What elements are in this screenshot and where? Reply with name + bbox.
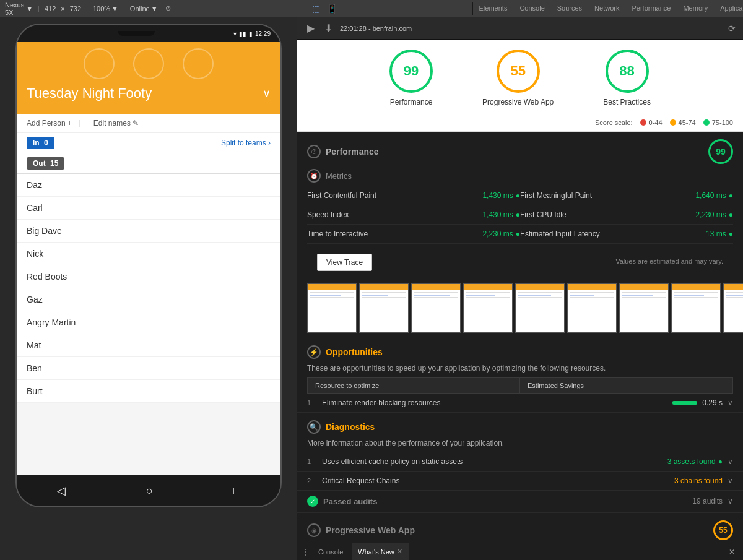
scale-dot-red: [640, 119, 646, 126]
tab-sources[interactable]: Sources: [551, 2, 588, 15]
passed-audits-row: ✓ Passed audits 19 audits ∨: [297, 491, 743, 512]
list-item: Mat: [17, 334, 280, 357]
phone-time: 12:29: [255, 30, 271, 37]
battery-icon: ▮: [249, 30, 253, 37]
pwa-score-label: Progressive Web App: [482, 98, 554, 106]
close-bottom-bar-icon[interactable]: ✕: [726, 546, 738, 558]
tab-elements[interactable]: Elements: [473, 2, 514, 15]
run-audit-button[interactable]: ▶: [305, 21, 317, 35]
inspector-icons: ⬚ 📱: [176, 2, 473, 15]
savings-bar: [672, 401, 697, 405]
tab-console[interactable]: Console: [513, 2, 550, 15]
zoom-selector[interactable]: 100% ▼: [93, 5, 118, 12]
scale-dot-orange: [670, 119, 676, 126]
devtools-top-right: ⬚ 📱 Elements Console Sources Network Per…: [176, 2, 743, 15]
pwa-score: 55 Progressive Web App: [482, 50, 554, 106]
performance-score: 99 Performance: [389, 50, 433, 106]
check-icon-fmp: ●: [729, 191, 733, 200]
score-scale-bar: Score scale: 0-44 45-74 75-100: [297, 116, 743, 132]
main-tabs: ⬚ 📱 Elements Console Sources Network Per…: [176, 2, 743, 15]
performance-score-circle: 99: [389, 50, 433, 93]
opportunity-row-1: 1 Eliminate render-blocking resources 0.…: [297, 394, 743, 413]
main-content: ▾ ▮▮ ▮ 12:29 Tuesday Night Footy ∨: [0, 17, 743, 560]
scale-dot-green: [703, 119, 710, 126]
list-item: Nick: [17, 243, 280, 265]
device-selector[interactable]: Nexus 5X ▼: [5, 1, 33, 16]
screenshot-thumb-5: [515, 283, 565, 333]
split-teams-button[interactable]: Split to teams ›: [221, 139, 271, 147]
check-icon-eil: ●: [729, 230, 733, 238]
device-mode-icon[interactable]: 📱: [326, 2, 338, 15]
expand-icon-opp-1[interactable]: ∨: [728, 398, 733, 407]
home-icon[interactable]: ○: [146, 485, 153, 498]
pwa-section: ◉ Progressive Web App 55: [297, 512, 743, 543]
green-check-1: ●: [718, 457, 723, 466]
diag-row-2: 2 Critical Request Chains 3 chains found…: [297, 472, 743, 491]
list-item: Red Boots: [17, 265, 280, 288]
diagnostics-icon: 🔍: [307, 420, 321, 434]
list-item: Big Dave: [17, 220, 280, 243]
metric-row-fci: First CPU Idle 2,230 ms ●: [520, 205, 733, 225]
console-tab[interactable]: Console: [312, 543, 349, 560]
metric-row-fcp: First Contentful Paint 1,430 ms ●: [307, 186, 520, 205]
player-list: Daz Carl Big Dave Nick Red Boots Gaz Ang…: [17, 174, 280, 403]
diagnostics-description: More information about the performance o…: [297, 436, 743, 452]
app-title-row: Tuesday Night Footy ∨: [27, 85, 271, 101]
performance-section-icon: ⏱: [307, 145, 321, 158]
network-throttle[interactable]: Online ▼: [130, 5, 158, 12]
inspect-icon[interactable]: ⬚: [310, 2, 322, 15]
out-tab[interactable]: Out 15: [27, 157, 64, 170]
diagnostics-section-header: 🔍 Diagnostics: [297, 413, 743, 436]
whats-new-tab[interactable]: What's New ✕: [352, 543, 408, 560]
audit-url: 22:01:28 - benfrain.com: [340, 25, 723, 32]
expand-icon-diag-2[interactable]: ∨: [728, 476, 733, 485]
devtools-audit-panel: ▶ ⬇ 22:01:28 - benfrain.com ⟳ 99 Perform…: [297, 17, 743, 560]
app-chevron-icon[interactable]: ∨: [263, 87, 271, 100]
pwa-title: Progressive Web App: [326, 525, 415, 535]
tab-network[interactable]: Network: [588, 2, 625, 15]
diag-value-2: 3 chains found: [674, 476, 723, 485]
passed-icon: ✓: [307, 496, 318, 507]
download-audit-button[interactable]: ⬇: [322, 21, 335, 35]
audit-scrollable-content[interactable]: ⏱ Performance 99 ⏰ Metrics First Content…: [297, 132, 743, 543]
opportunities-icon: ⚡: [307, 345, 321, 359]
in-tab[interactable]: In 0: [27, 137, 54, 149]
screenshot-thumb-6: [567, 283, 617, 333]
tab-performance[interactable]: Performance: [625, 2, 677, 15]
close-whats-new-icon[interactable]: ✕: [397, 548, 402, 556]
list-item: Burt: [17, 380, 280, 403]
add-person-button[interactable]: Add Person +: [27, 119, 72, 127]
expand-icon-diag-1[interactable]: ∨: [728, 457, 733, 466]
diagnostics-title: Diagnostics: [326, 422, 375, 432]
view-trace-row: View Trace Values are estimated and may …: [297, 246, 743, 278]
performance-score-mini: 99: [708, 139, 733, 164]
view-trace-button[interactable]: View Trace: [317, 254, 372, 271]
metric-row-eil: Estimated Input Latency 13 ms ●: [520, 225, 733, 244]
expand-icon-passed[interactable]: ∨: [728, 497, 733, 506]
pwa-mini-score-circle: 55: [713, 520, 733, 540]
best-practices-score-circle: 88: [606, 50, 649, 93]
metric-row-fmp: First Meaningful Paint 1,640 ms ●: [520, 186, 733, 205]
reload-icon[interactable]: ⟳: [728, 24, 736, 33]
col-resource: Resource to optimize: [308, 378, 520, 393]
best-practices-score-label: Best Practices: [603, 98, 651, 106]
list-item: Daz: [17, 174, 280, 197]
metric-value-fmp: 1,640 ms ●: [695, 191, 733, 200]
recents-icon[interactable]: □: [233, 485, 240, 498]
edit-names-button[interactable]: Edit names ✎: [93, 119, 139, 127]
bottom-bar-menu-icon[interactable]: ⋮: [302, 548, 310, 556]
metric-value-eil: 13 ms ●: [706, 230, 733, 238]
pwa-score-circle: 55: [497, 50, 540, 93]
phone-status-bar: ▾ ▮▮ ▮ 12:29: [17, 25, 280, 42]
tab-memory[interactable]: Memory: [677, 2, 714, 15]
check-icon-fci: ●: [729, 210, 733, 219]
metrics-icon: ⏰: [307, 169, 321, 183]
circle-3: [183, 48, 214, 79]
pencil-icon: ✎: [133, 119, 139, 127]
check-icon-fcp: ●: [516, 191, 520, 200]
tab-application[interactable]: Application: [714, 2, 743, 15]
metrics-grid: First Contentful Paint 1,430 ms ● First …: [297, 184, 743, 246]
no-throttle-icon: ⊘: [165, 4, 171, 12]
back-icon[interactable]: ◁: [57, 484, 66, 498]
app-header: Tuesday Night Footy ∨: [17, 42, 280, 114]
